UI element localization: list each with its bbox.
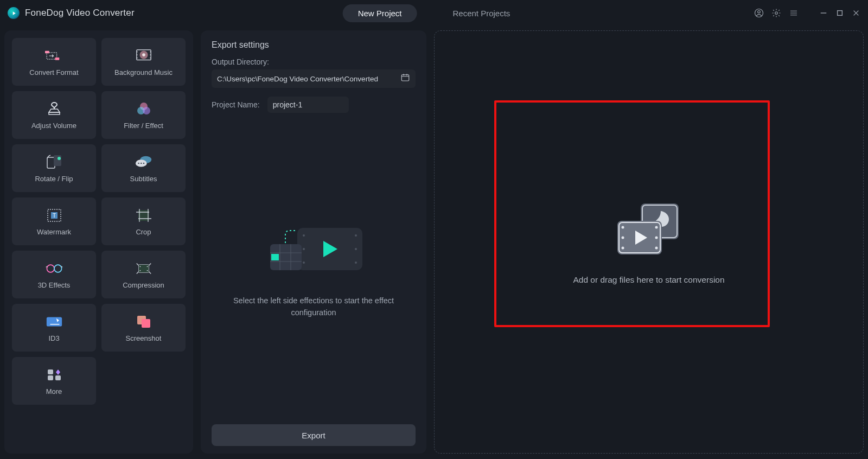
tool-label: Filter / Effect [124, 122, 163, 130]
svg-point-1 [758, 11, 761, 14]
tool-id3[interactable]: ID3 [12, 304, 96, 352]
svg-rect-33 [138, 264, 149, 272]
filter-effect-icon [135, 101, 153, 117]
svg-text:T: T [52, 213, 55, 219]
svg-rect-20 [54, 155, 61, 166]
tool-convert-format[interactable]: Convert Format [12, 38, 96, 86]
svg-point-9 [136, 54, 137, 55]
svg-point-12 [150, 54, 151, 55]
window-close-button[interactable] [852, 9, 860, 17]
svg-rect-5 [45, 50, 49, 53]
tool-label: Compression [123, 281, 164, 289]
watermark-icon: T [45, 207, 63, 224]
svg-point-25 [141, 162, 142, 163]
browse-folder-button[interactable] [400, 73, 410, 85]
annotation-highlight-box [494, 100, 770, 327]
brand: FoneDog Video Converter [8, 7, 135, 19]
svg-point-11 [150, 51, 151, 52]
app-logo-icon [8, 7, 20, 19]
window-minimize-button[interactable] [819, 9, 828, 17]
subtitles-icon [135, 154, 153, 170]
svg-rect-54 [271, 254, 279, 260]
svg-point-26 [143, 162, 144, 163]
effect-hint: Select the left side effections to start… [232, 295, 395, 319]
svg-rect-43 [48, 375, 53, 380]
tool-compression[interactable]: Compression [101, 251, 186, 298]
tool-label: Subtitles [130, 175, 157, 183]
tool-crop[interactable]: Crop [101, 197, 186, 245]
export-settings-title: Export settings [212, 40, 416, 50]
project-name-input[interactable] [267, 97, 349, 113]
svg-point-50 [355, 234, 357, 237]
svg-rect-30 [138, 210, 149, 221]
svg-marker-44 [56, 369, 60, 375]
account-icon[interactable] [754, 8, 764, 18]
tool-label: Watermark [37, 228, 71, 236]
svg-point-31 [47, 265, 54, 272]
tool-label: Convert Format [29, 68, 78, 76]
tool-label: 3D Effects [38, 281, 71, 289]
svg-point-48 [303, 248, 305, 250]
effect-preview: Select the left side effections to start… [212, 113, 416, 424]
convert-format-icon [45, 48, 63, 64]
tab-new-project[interactable]: New Project [343, 4, 417, 22]
compression-icon [135, 260, 153, 277]
tool-adjust-volume[interactable]: Adjust Volume [12, 91, 96, 139]
tool-label: Rotate / Flip [35, 175, 73, 183]
dropzone[interactable]: Add or drag files here to start conversi… [434, 30, 864, 454]
tool-3d-effects[interactable]: 3D Effects [12, 251, 96, 298]
top-tabs: New Project Recent Projects [343, 4, 526, 22]
svg-point-37 [146, 270, 148, 271]
svg-point-10 [136, 57, 137, 58]
svg-rect-3 [838, 11, 843, 16]
tool-screenshot[interactable]: Screenshot [101, 304, 186, 352]
svg-point-32 [54, 265, 62, 272]
svg-rect-38 [46, 317, 61, 326]
tool-label: More [46, 387, 62, 396]
svg-point-35 [139, 270, 141, 271]
svg-rect-19 [47, 157, 55, 168]
svg-point-49 [303, 262, 305, 264]
tool-background-music[interactable]: Background Music [101, 38, 186, 86]
svg-point-21 [58, 157, 61, 160]
tab-recent-projects[interactable]: Recent Projects [437, 4, 525, 22]
id3-icon [45, 314, 63, 330]
adjust-volume-icon [45, 101, 63, 117]
svg-point-36 [146, 266, 148, 267]
3d-effects-icon [45, 260, 63, 277]
export-panel: Export settings Output Directory: Projec… [201, 30, 426, 454]
svg-point-51 [355, 248, 357, 250]
rotate-flip-icon [45, 154, 63, 170]
svg-point-2 [775, 12, 778, 15]
more-icon [45, 367, 63, 383]
svg-point-18 [143, 107, 150, 114]
tool-more[interactable]: More [12, 357, 96, 405]
tool-rotate-flip[interactable]: Rotate / Flip [12, 144, 96, 192]
svg-rect-41 [48, 369, 53, 374]
app-title: FoneDog Video Converter [25, 8, 135, 18]
tool-watermark[interactable]: T Watermark [12, 197, 96, 245]
output-directory-input[interactable] [217, 75, 395, 83]
svg-rect-40 [142, 319, 150, 328]
svg-point-24 [138, 162, 139, 163]
background-music-icon [135, 48, 153, 64]
svg-point-15 [142, 53, 145, 56]
svg-point-47 [303, 234, 305, 237]
tool-subtitles[interactable]: Subtitles [101, 144, 186, 192]
tool-label: Background Music [114, 68, 173, 76]
screenshot-icon [135, 314, 153, 330]
tool-filter-effect[interactable]: Filter / Effect [101, 91, 186, 139]
svg-rect-45 [401, 75, 409, 81]
output-directory-label: Output Directory: [212, 58, 416, 66]
settings-icon[interactable] [771, 8, 781, 18]
svg-point-13 [150, 57, 151, 58]
svg-rect-42 [55, 375, 61, 380]
crop-icon [135, 207, 153, 224]
svg-point-8 [136, 51, 137, 52]
output-directory-field [212, 69, 416, 88]
svg-point-34 [139, 266, 141, 267]
export-button[interactable]: Export [212, 424, 416, 446]
menu-icon[interactable] [789, 8, 799, 18]
window-maximize-button[interactable] [835, 9, 844, 17]
effect-preview-icon [259, 218, 368, 283]
